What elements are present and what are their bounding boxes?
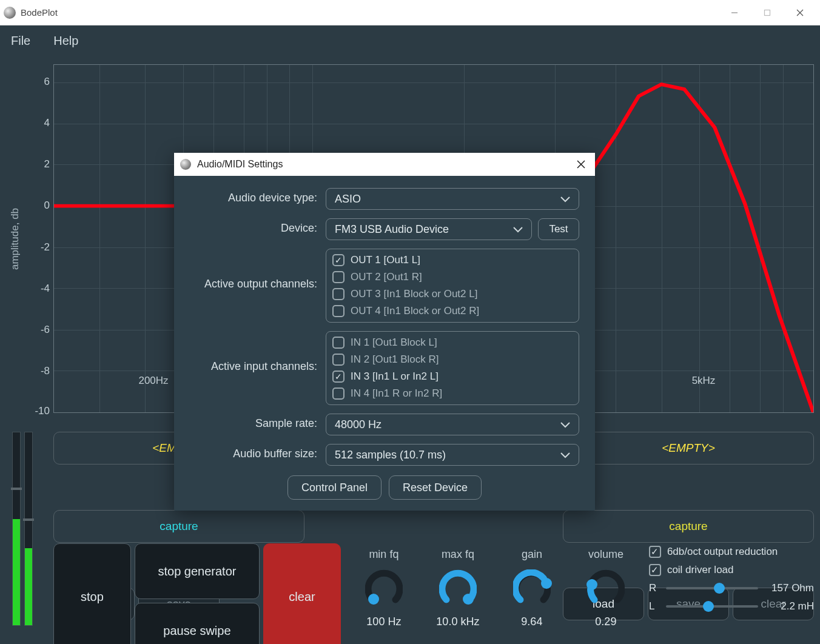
reset-device-button[interactable]: Reset Device [389, 475, 482, 500]
channel-label: OUT 4 [In1 Block or Out2 R] [351, 305, 479, 317]
buffer-size-select[interactable]: 512 samples (10.7 ms) [326, 444, 579, 466]
channel-checkbox[interactable] [332, 254, 344, 266]
input-channel-item[interactable]: IN 2 [Out1 Block R] [332, 352, 573, 367]
ytick: -6 [41, 324, 50, 336]
knob-min-fq[interactable]: min fq 100 Hz [357, 548, 411, 644]
channel-checkbox[interactable] [332, 305, 344, 317]
stop-button[interactable]: stop [53, 543, 131, 644]
xtick: 200Hz [138, 375, 168, 387]
level-meters: I O [6, 432, 50, 644]
input-channel-item[interactable]: IN 3 [In1 L or In2 L] [332, 369, 573, 384]
input-channels-list: IN 1 [Out1 Block L]IN 2 [Out1 Block R]IN… [326, 331, 579, 405]
window-close-button[interactable] [784, 0, 816, 25]
ytick: -2 [41, 241, 50, 253]
dialog-close-button[interactable] [573, 156, 589, 172]
channel-checkbox[interactable] [332, 354, 344, 366]
capture-b-button[interactable]: capture [563, 510, 814, 543]
channel-label: OUT 1 [Out1 L] [351, 254, 420, 266]
channel-label: IN 2 [Out1 Block R] [351, 354, 439, 366]
input-channel-item[interactable]: IN 4 [In1 R or In2 R] [332, 386, 573, 401]
ytick: 4 [44, 117, 50, 129]
menu-file[interactable]: File [11, 34, 30, 48]
l-slider[interactable]: L 2.2 mH [649, 600, 814, 612]
channel-label: OUT 3 [In1 Block or Out2 L] [351, 288, 477, 300]
capture-a-button[interactable]: capture [53, 510, 304, 543]
chevron-down-icon [560, 193, 570, 206]
test-button[interactable]: Test [538, 218, 579, 240]
channel-checkbox[interactable] [332, 387, 344, 400]
ytick: -4 [41, 283, 50, 295]
channel-label: IN 4 [In1 R or In2 R] [351, 387, 442, 400]
app-body: File Help amplitude, db 6 4 2 0 -2 -4 -6… [0, 25, 820, 644]
window-title: BodePlot [21, 7, 58, 18]
knob-panel: min fq 100 Hz max fq 10.0 kHz gain 9.64 … [344, 543, 645, 644]
channel-label: OUT 2 [Out1 R] [351, 271, 422, 283]
knob-max-fq[interactable]: max fq 10.0 kHz [431, 548, 485, 644]
clear-button[interactable]: clear [263, 543, 341, 644]
channel-checkbox[interactable] [332, 271, 344, 283]
slot-b-display[interactable]: <EMPTY> [563, 432, 814, 465]
options-panel: 6db/oct output reduction coil driver loa… [649, 543, 814, 644]
sample-rate-select[interactable]: 48000 Hz [326, 414, 579, 435]
stop-generator-button[interactable]: stop generator [135, 543, 260, 599]
output-channel-item[interactable]: OUT 2 [Out1 R] [332, 270, 573, 284]
y-axis-label: amplitude, db [7, 64, 23, 413]
channel-label: IN 1 [Out1 Block L] [351, 337, 437, 349]
channel-label: IN 3 [In1 L or In2 L] [351, 371, 439, 383]
window-maximize-button[interactable] [751, 0, 784, 25]
coil-checkbox[interactable] [649, 564, 661, 576]
menubar: File Help [0, 25, 820, 56]
channel-checkbox[interactable] [332, 371, 344, 383]
meter-input [12, 432, 21, 626]
y-axis-ticks: 6 4 2 0 -2 -4 -6 -8 -10 [23, 64, 53, 413]
ytick: 0 [44, 200, 50, 212]
chevron-down-icon [513, 223, 523, 236]
output-channel-item[interactable]: OUT 3 [In1 Block or Out2 L] [332, 287, 573, 301]
meter-output [24, 432, 33, 626]
device-select[interactable]: FM3 USB Audio Device [326, 218, 532, 240]
window-minimize-button[interactable] [718, 0, 751, 25]
chevron-down-icon [560, 449, 570, 461]
chevron-down-icon [560, 418, 570, 431]
ytick: -8 [41, 365, 50, 377]
xtick: 5kHz [692, 375, 716, 387]
output-channel-item[interactable]: OUT 1 [Out1 L] [332, 253, 573, 267]
dialog-icon [180, 159, 191, 170]
menu-help[interactable]: Help [53, 34, 78, 48]
ytick: 6 [44, 76, 50, 88]
channel-checkbox[interactable] [332, 337, 344, 349]
r-slider[interactable]: R 157 Ohm [649, 582, 814, 594]
reduction-checkbox[interactable] [649, 546, 661, 558]
titlebar: BodePlot [0, 0, 820, 25]
ytick: -10 [35, 405, 50, 417]
channel-checkbox[interactable] [332, 288, 344, 300]
input-channel-item[interactable]: IN 1 [Out1 Block L] [332, 335, 573, 350]
audio-settings-dialog: Audio/MIDI Settings Audio device type: A… [174, 153, 595, 511]
device-type-select[interactable]: ASIO [326, 188, 579, 210]
dialog-title: Audio/MIDI Settings [197, 159, 283, 170]
knob-volume[interactable]: volume 0.29 [579, 548, 633, 644]
ytick: 2 [44, 158, 50, 170]
pause-swipe-button[interactable]: pause swipe [135, 603, 260, 644]
control-panel-button[interactable]: Control Panel [287, 475, 381, 500]
output-channel-item[interactable]: OUT 4 [In1 Block or Out2 R] [332, 304, 573, 318]
knob-gain[interactable]: gain 9.64 [505, 548, 559, 644]
svg-rect-1 [765, 10, 770, 15]
output-channels-list: OUT 1 [Out1 L]OUT 2 [Out1 R]OUT 3 [In1 B… [326, 249, 579, 323]
app-icon [4, 7, 16, 19]
dialog-header: Audio/MIDI Settings [174, 153, 595, 176]
